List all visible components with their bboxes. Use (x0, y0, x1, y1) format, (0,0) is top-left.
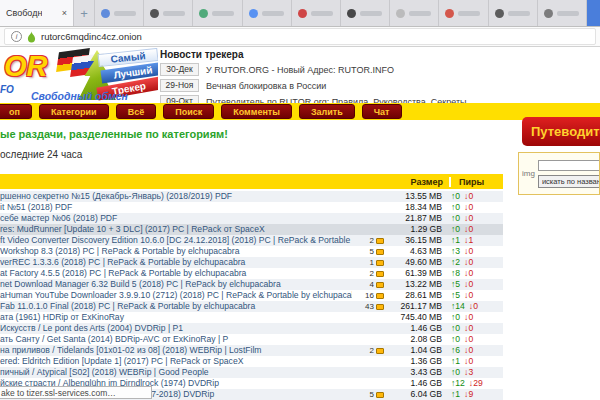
torrent-title-link[interactable]: aHuman YouTube Downloader 3.9.9.10 (2712… (0, 290, 352, 301)
news-link[interactable]: У RUTOR.ORG - Новый Адрес: RUTOR.INFO (206, 65, 394, 75)
peers-cell: ↑6↓0 (442, 345, 503, 356)
torrent-row: ать Санту / Get Santa (2014) BDRip-AVC о… (0, 334, 503, 345)
leechers-down-arrow: ↓0 (464, 334, 473, 344)
comments-cell[interactable]: 5 (352, 389, 384, 400)
news-date: 29-Ноя (160, 79, 199, 92)
torrent-title-link[interactable]: Fab 11.0.1.0 Final (2018) PC | RePack & … (0, 301, 352, 312)
torrent-title-link[interactable]: себе мастер №06 (2018) PDF (0, 213, 352, 224)
torrent-title-link[interactable]: ршенно секретно №15 (Декабрь-Январь) (20… (0, 191, 352, 202)
browser-tab[interactable] (538, 0, 587, 26)
comments-cell[interactable]: 2 (352, 235, 384, 246)
torrent-title-link[interactable]: ата (1961) HDRip от ExKinoRay (0, 312, 352, 323)
seeders-up-arrow: ↑6 (451, 345, 460, 355)
torrent-row: net Download Manager 6.32 Build 5 (2018)… (0, 279, 503, 290)
torrent-size: 61.39 MB (384, 268, 442, 279)
comment-bubble-icon (376, 282, 384, 288)
leechers-down-arrow: ↓0 (464, 279, 473, 289)
torrent-row: ft Video Converter Discovery Edition 10.… (0, 235, 503, 246)
torrent-row: ered: Eldritch Edition [Update 1] (2017)… (0, 356, 503, 367)
torrent-title-link[interactable]: ered: Eldritch Edition [Update 1] (2017)… (0, 356, 352, 367)
browser-tab[interactable] (292, 0, 341, 26)
nav-button[interactable]: Чат (362, 104, 402, 119)
browser-tab[interactable] (489, 0, 538, 26)
browser-tab[interactable] (193, 0, 242, 26)
comments-cell[interactable]: 2 (352, 268, 384, 279)
search-by-name-input[interactable] (538, 175, 600, 188)
guide-banner[interactable]: Путеводитель (522, 117, 600, 146)
browser-tab[interactable] (95, 0, 144, 26)
torrent-row: пичный / Atypical [S02] (2018) WEBRip | … (0, 367, 503, 378)
nav-button[interactable]: Поиск (163, 104, 214, 119)
nav-button[interactable]: Залить (299, 104, 355, 119)
comments-count: 16 (365, 290, 374, 301)
logo-domain-letters: FO (0, 84, 14, 95)
leechers-down-arrow: ↓9 (464, 389, 473, 399)
torrent-row: at Factory 4.5.5 (2018) PC | RePack & Po… (0, 268, 503, 279)
leechers-down-arrow: ↓3 (464, 367, 473, 377)
new-tab-icon[interactable]: + (74, 0, 95, 26)
peers-cell: ↑0↓0 (442, 323, 503, 334)
site-logo[interactable]: OR FO Самый Лучший Трекер Свободный обме… (0, 48, 158, 103)
active-tab[interactable]: Свободн × (0, 0, 74, 26)
torrent-title-link[interactable]: net Download Manager 6.32 Build 5 (2018)… (0, 279, 352, 290)
comment-bubble-icon (376, 392, 384, 398)
nav-button[interactable]: Категории (39, 104, 109, 119)
torrent-title-link[interactable]: пичный / Atypical [S02] (2018) WEBRip | … (0, 367, 352, 378)
torrent-title-link[interactable]: на приливов / Tidelands [01x01-02 из 08]… (0, 345, 352, 356)
torrent-size: 3.43 GB (384, 367, 442, 378)
nav-button[interactable]: оп (0, 104, 32, 119)
comments-cell[interactable]: 43 (352, 301, 384, 312)
last-24h-link[interactable]: оследние 24 часа (0, 149, 82, 160)
torrent-title-link[interactable]: res: MudRunner [Update 10 + 3 DLC] (2017… (0, 224, 352, 235)
nav-button[interactable]: Комменты (221, 104, 292, 119)
news-panel: Новости трекера 30-Дек У RUTOR.ORG - Нов… (160, 49, 562, 111)
torrent-table: Размер Пиры ршенно секретно №15 (Декабрь… (0, 174, 503, 400)
url-text: rutorc6mqdinc4cz.onion (41, 31, 142, 42)
browser-tab[interactable] (243, 0, 292, 26)
comments-cell[interactable]: 4 (352, 279, 384, 290)
leechers-down-arrow: ↓0 (464, 246, 473, 256)
torrent-row: ршенно секретно №15 (Декабрь-Январь) (20… (0, 191, 503, 202)
leechers-down-arrow: ↓0 (464, 290, 473, 300)
nav-button[interactable]: Всё (116, 104, 157, 119)
news-link[interactable]: Вечная блокировка в России (206, 81, 326, 91)
comments-cell[interactable]: 2 (352, 345, 384, 356)
page-content: OR FO Самый Лучший Трекер Свободный обме… (0, 48, 600, 400)
torrent-title-link[interactable]: verREC 1.3.3.6 (2018) PC | RePack & Port… (0, 257, 352, 268)
seeders-up-arrow: ↑0 (451, 224, 460, 234)
tab-title-placeholder (212, 11, 234, 16)
comments-cell[interactable]: 16 (352, 290, 384, 301)
seeders-up-arrow: ↑1 (451, 356, 460, 366)
peers-cell: ↑0↓0 (442, 213, 503, 224)
tab-title-placeholder (360, 11, 382, 16)
offscreen-tab[interactable] (587, 0, 600, 26)
torrent-title-link[interactable]: at Factory 4.5.5 (2018) PC | RePack & Po… (0, 268, 352, 279)
seeders-up-arrow: ↑0 (451, 213, 460, 223)
table-header: Размер Пиры (0, 174, 503, 189)
browser-tab[interactable] (341, 0, 390, 26)
browser-tab[interactable] (439, 0, 488, 26)
comments-cell[interactable]: 1 (352, 257, 384, 268)
search-input[interactable] (538, 160, 600, 171)
torrent-row: aHuman YouTube Downloader 3.9.9.10 (2712… (0, 290, 503, 301)
leechers-down-arrow: ↓0 (464, 224, 473, 234)
browser-tab[interactable] (144, 0, 193, 26)
torrent-title-link[interactable]: Искусств / Le pont des Arts (2004) DVDRi… (0, 323, 352, 334)
tab-favicon (495, 9, 504, 18)
url-field[interactable]: i rutorc6mqdinc4cz.onion (4, 28, 596, 45)
comments-cell[interactable]: 5 (352, 246, 384, 257)
browser-tab[interactable] (390, 0, 439, 26)
tab-close-icon[interactable]: × (62, 8, 67, 18)
torrent-title-link[interactable]: ft Video Converter Discovery Edition 10.… (0, 235, 352, 246)
torrent-title-link[interactable]: it №51 (2018) PDF (0, 202, 352, 213)
seeders-up-arrow: ↑1 (451, 389, 460, 399)
torrent-title-link[interactable]: Workshop 8.3 (2018) PC | RePack & Portab… (0, 246, 352, 257)
peers-cell: ↑1↓1 (442, 235, 503, 246)
news-date: 30-Дек (160, 63, 199, 76)
site-info-icon[interactable]: i (11, 31, 22, 42)
torrent-title-link[interactable]: ать Санту / Get Santa (2014) BDRip-AVC о… (0, 334, 352, 345)
comment-bubble-icon (376, 260, 384, 266)
column-size: Размер (387, 177, 449, 187)
torrent-size: 4.63 MB (384, 246, 442, 257)
seeders-up-arrow: ↑8 (451, 268, 460, 278)
